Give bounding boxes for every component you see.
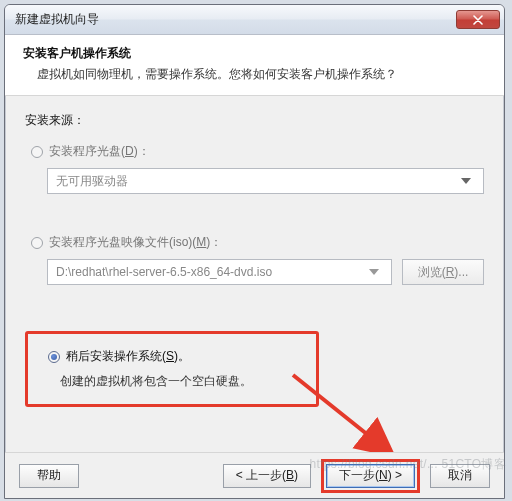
help-button[interactable]: 帮助	[19, 464, 79, 488]
watermark: https://blog.csdn.net/... 51CTO博客	[310, 456, 506, 473]
drive-select[interactable]: 无可用驱动器	[47, 168, 484, 194]
wizard-window: 新建虚拟机向导 安装客户机操作系统 虚拟机如同物理机，需要操作系统。您将如何安装…	[4, 4, 505, 499]
back-button[interactable]: < 上一步(B)	[223, 464, 311, 488]
iso-path-value: D:\redhat\rhel-server-6.5-x86_64-dvd.iso	[56, 265, 272, 279]
browse-button[interactable]: 浏览(R)...	[402, 259, 484, 285]
iso-path-row: D:\redhat\rhel-server-6.5-x86_64-dvd.iso…	[47, 259, 484, 285]
titlebar: 新建虚拟机向导	[5, 5, 504, 35]
close-icon	[473, 15, 483, 25]
wizard-header: 安装客户机操作系统 虚拟机如同物理机，需要操作系统。您将如何安装客户机操作系统？	[5, 35, 504, 96]
radio-label: 安装程序光盘(D)：	[49, 143, 150, 160]
close-button[interactable]	[456, 10, 500, 29]
chevron-down-icon	[457, 178, 475, 184]
radio-label: 安装程序光盘映像文件(iso)(M)：	[49, 234, 222, 251]
window-title: 新建虚拟机向导	[15, 11, 456, 28]
radio-option-later[interactable]: 稍后安装操作系统(S)。	[48, 348, 302, 365]
radio-icon	[31, 146, 43, 158]
wizard-body: 安装来源： 安装程序光盘(D)： 无可用驱动器 安装程序光盘映像文件(iso)(…	[5, 96, 504, 457]
disc-select-row: 无可用驱动器	[47, 168, 484, 194]
radio-icon	[48, 351, 60, 363]
header-subtitle: 虚拟机如同物理机，需要操作系统。您将如何安装客户机操作系统？	[23, 66, 486, 83]
option-later-hint: 创建的虚拟机将包含一个空白硬盘。	[42, 373, 302, 390]
iso-path-input[interactable]: D:\redhat\rhel-server-6.5-x86_64-dvd.iso	[47, 259, 392, 285]
chevron-down-icon	[365, 269, 383, 275]
drive-select-value: 无可用驱动器	[56, 173, 128, 190]
radio-option-disc[interactable]: 安装程序光盘(D)：	[31, 143, 484, 160]
radio-icon	[31, 237, 43, 249]
radio-label: 稍后安装操作系统(S)。	[66, 348, 190, 365]
header-title: 安装客户机操作系统	[23, 45, 486, 62]
source-label: 安装来源：	[25, 112, 484, 129]
highlight-box-option-later: 稍后安装操作系统(S)。 创建的虚拟机将包含一个空白硬盘。	[25, 331, 319, 407]
radio-option-iso[interactable]: 安装程序光盘映像文件(iso)(M)：	[31, 234, 484, 251]
